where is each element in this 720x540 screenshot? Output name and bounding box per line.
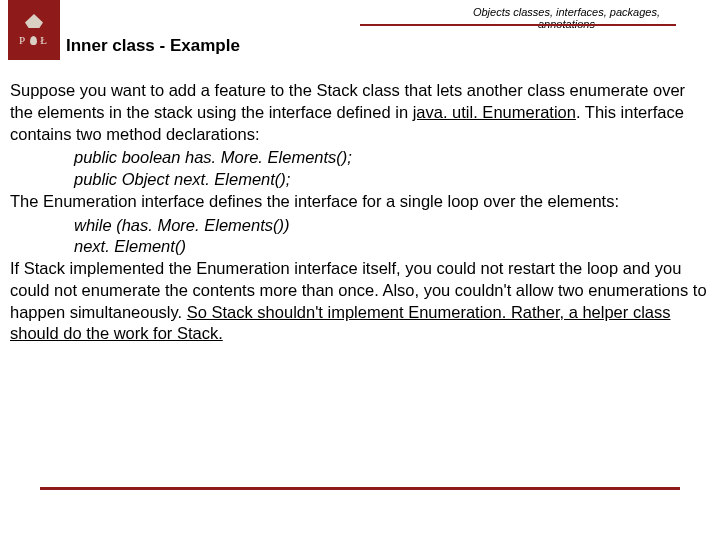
slide-body: Suppose you want to add a feature to the… xyxy=(0,62,720,345)
slide-title: Inner class - Example xyxy=(66,36,240,56)
slide: P Ł Objects classes, interfaces, package… xyxy=(0,0,720,540)
p1-underline: java. util. Enumeration xyxy=(413,103,576,121)
eagle-icon xyxy=(25,14,43,28)
section-label-line1: Objects classes, interfaces, packages, xyxy=(473,6,660,18)
footer-accent-line xyxy=(40,487,680,490)
code-line-2b: next. Element() xyxy=(74,236,708,258)
logo-letters: P Ł xyxy=(19,34,49,46)
code-line-1a: public boolean has. More. Elements(); xyxy=(74,147,708,169)
university-logo: P Ł xyxy=(8,0,60,60)
header-accent-line xyxy=(360,24,676,26)
section-label: Objects classes, interfaces, packages, a… xyxy=(473,6,660,30)
code-line-2a: while (has. More. Elements()) xyxy=(74,215,708,237)
paragraph-3: If Stack implemented the Enumeration int… xyxy=(10,258,708,345)
logo-letter-right: Ł xyxy=(40,34,49,46)
slide-header: P Ł Objects classes, interfaces, package… xyxy=(0,0,720,62)
paragraph-2: The Enumeration interface defines the in… xyxy=(10,191,708,213)
code-line-1b: public Object next. Element(); xyxy=(74,169,708,191)
paragraph-1: Suppose you want to add a feature to the… xyxy=(10,80,708,145)
leaf-icon xyxy=(30,36,37,45)
logo-letter-left: P xyxy=(19,34,27,46)
